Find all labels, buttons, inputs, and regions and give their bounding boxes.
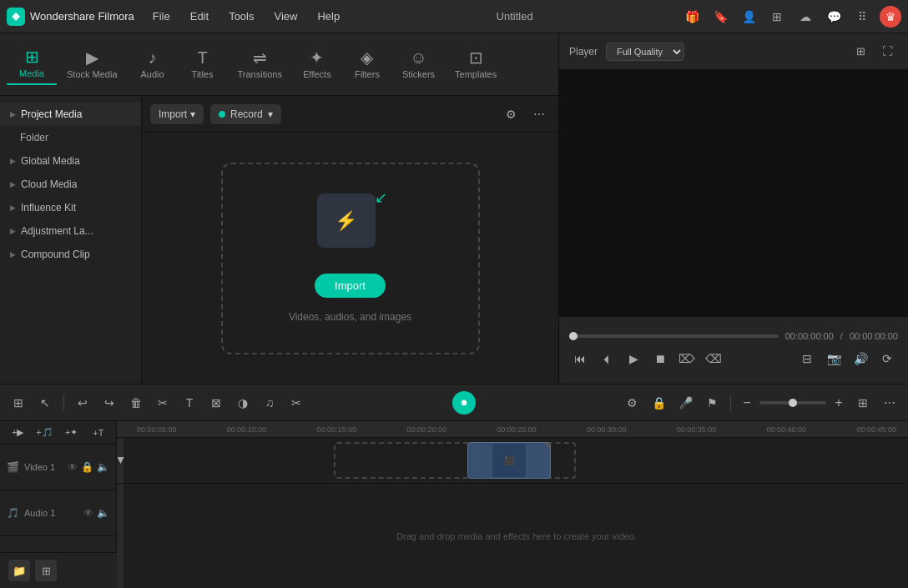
undo-button[interactable]: ↩ (71, 391, 94, 415)
add-text-track-button[interactable]: +T (88, 421, 109, 445)
progress-bar[interactable] (569, 334, 779, 338)
pointer-tool-button[interactable]: ↖ (33, 391, 57, 415)
import-button[interactable]: Import ▾ (150, 104, 204, 124)
play-icon[interactable]: ▶ (623, 348, 644, 369)
tab-stock-media[interactable]: ▶ Stock Media (57, 44, 128, 84)
video-mute-icon[interactable]: 🔈 (97, 461, 109, 473)
mark-out-icon[interactable]: ⌫ (703, 348, 724, 369)
sidebar-item-influence-kit[interactable]: ▶ Influence Kit (0, 196, 141, 219)
voiceover-icon[interactable]: 🔊 (850, 348, 871, 369)
rewind-icon[interactable]: ⏴ (596, 348, 618, 369)
settings-tl-button[interactable]: ⚙ (620, 391, 643, 415)
scissors-button[interactable]: ✂ (285, 391, 308, 415)
video-track-label: Video 1 (24, 462, 55, 472)
audio-tab-icon: ♪ (149, 49, 157, 66)
menu-view[interactable]: View (265, 7, 305, 26)
redo-button[interactable]: ↪ (98, 391, 121, 415)
mark-in-icon[interactable]: ⌦ (676, 348, 698, 369)
time-current: 00:00:00:00 (785, 331, 834, 341)
menu-tools[interactable]: Tools (220, 7, 262, 26)
clip-handle[interactable] (545, 442, 551, 448)
select-tool-button[interactable]: ⊞ (7, 391, 30, 415)
person-icon[interactable]: 👤 (738, 6, 759, 28)
menu-icons: 🎁 🔖 👤 ⊞ ☁ 💬 ⠿ ♛ (681, 6, 901, 28)
sidebar-item-folder[interactable]: Folder (0, 126, 141, 149)
progress-bar-container: 00:00:00:00 / 00:00:00:00 (569, 331, 898, 341)
playhead-handle[interactable] (118, 457, 124, 464)
progress-handle[interactable] (569, 332, 578, 340)
help-circle-icon[interactable]: 💬 (823, 6, 845, 28)
quality-select[interactable]: Full Quality 1/2 Quality 1/4 Quality (606, 43, 684, 61)
zoom-minus-button[interactable]: − (738, 394, 756, 412)
upgrade-icon[interactable]: ♛ (880, 6, 901, 28)
color-button[interactable]: ◑ (231, 391, 255, 415)
cut-button[interactable]: ✂ (151, 391, 174, 415)
text-tool-button[interactable]: T (178, 391, 201, 415)
bookmark-icon[interactable]: 🔖 (709, 6, 731, 28)
split-view-icon[interactable]: ⊞ (850, 41, 871, 63)
zoom-handle[interactable] (789, 399, 797, 407)
import-zone-button[interactable]: Import (315, 274, 386, 298)
media-toolbar: Import ▾ Record ▾ ⚙ ⋯ (142, 96, 558, 133)
ruler-mark-3: 00:00:20:00 (406, 425, 446, 434)
add-audio-track-button[interactable]: +🎵 (33, 421, 55, 445)
zoom-slider[interactable] (759, 401, 826, 405)
tab-transitions[interactable]: ⇌ Transitions (228, 44, 292, 84)
go-to-start-icon[interactable]: ⏮ (569, 348, 591, 369)
video-clip-1[interactable]: ⬛ (467, 442, 551, 479)
more-tl-button[interactable]: ⋯ (878, 391, 901, 415)
zoom-plus-button[interactable]: + (830, 394, 848, 412)
fullscreen-icon[interactable]: ⛶ (876, 41, 898, 63)
export-frame-icon[interactable]: ⊟ (796, 348, 818, 369)
tab-media[interactable]: ⊞ Media (7, 43, 57, 85)
menu-file[interactable]: File (144, 7, 179, 26)
sidebar-item-adjustment-la[interactable]: ▶ Adjustment La... (0, 219, 141, 243)
compound-clip-arrow: ▶ (10, 250, 16, 259)
audio-track-1[interactable]: Drag and drop media and effects here to … (117, 484, 908, 588)
tab-templates[interactable]: ⊡ Templates (445, 44, 507, 84)
delete-button[interactable]: 🗑 (124, 391, 148, 415)
filter-icon[interactable]: ⚙ (500, 103, 522, 125)
snapshot-icon[interactable]: 📷 (823, 348, 845, 369)
grid-tl-button[interactable]: ⊞ (851, 391, 875, 415)
transitions-tab-label: Transitions (238, 69, 282, 79)
crop-button[interactable]: ⊠ (204, 391, 228, 415)
tab-audio[interactable]: ♪ Audio (128, 44, 178, 84)
lock-button[interactable]: 🔒 (647, 391, 670, 415)
menu-bar: Wondershare Filmora File Edit Tools View… (0, 0, 908, 33)
layout-icon[interactable]: ⊞ (766, 6, 788, 28)
tab-filters[interactable]: ◈ Filters (342, 44, 392, 84)
add-effect-track-button[interactable]: +✦ (61, 421, 83, 445)
sidebar-item-project-media[interactable]: ▶ Project Media (0, 103, 141, 126)
record-tl-button[interactable]: ⏺ (452, 391, 476, 415)
render-preview-icon[interactable]: ⟳ (876, 348, 898, 369)
download-cloud-icon[interactable]: ☁ (794, 6, 816, 28)
more-options-icon[interactable]: ⋯ (528, 103, 550, 125)
video-eye-icon[interactable]: 👁 (68, 461, 78, 473)
sidebar-item-compound-clip[interactable]: ▶ Compound Clip (0, 243, 141, 266)
video-lock-icon[interactable]: 🔒 (81, 461, 93, 473)
transitions-tab-icon: ⇌ (253, 49, 267, 66)
tab-titles[interactable]: T Titles (178, 44, 228, 84)
menu-edit[interactable]: Edit (182, 7, 217, 26)
audio-eye-icon[interactable]: 👁 (83, 507, 93, 519)
sidebar-item-cloud-media-label: Cloud Media (21, 178, 77, 190)
sidebar-item-global-media[interactable]: ▶ Global Media (0, 149, 141, 173)
video-track-1[interactable]: ⬛ (117, 438, 908, 484)
stop-icon[interactable]: ⏹ (649, 348, 671, 369)
audio-mute-icon[interactable]: 🔈 (97, 507, 109, 519)
menu-help[interactable]: Help (309, 7, 348, 26)
sidebar-item-cloud-media[interactable]: ▶ Cloud Media (0, 173, 141, 196)
gift-icon[interactable]: 🎁 (681, 6, 703, 28)
record-button[interactable]: Record ▾ (210, 104, 281, 124)
ruler-mark-0: 00:00:05:00 (137, 425, 177, 434)
tab-stickers[interactable]: ☺ Stickers (392, 44, 445, 84)
audio-button[interactable]: ♫ (258, 391, 281, 415)
effects-tab-label: Effects (303, 69, 330, 79)
markers-button[interactable]: ⚑ (700, 391, 724, 415)
grid-icon[interactable]: ⠿ (851, 6, 873, 28)
tab-effects[interactable]: ✦ Effects (292, 44, 342, 84)
add-video-track-button[interactable]: +▶ (7, 421, 28, 445)
mic-button[interactable]: 🎤 (673, 391, 697, 415)
import-drop-zone[interactable]: ⚡ ↙ Import Videos, audios, and images (221, 163, 480, 354)
